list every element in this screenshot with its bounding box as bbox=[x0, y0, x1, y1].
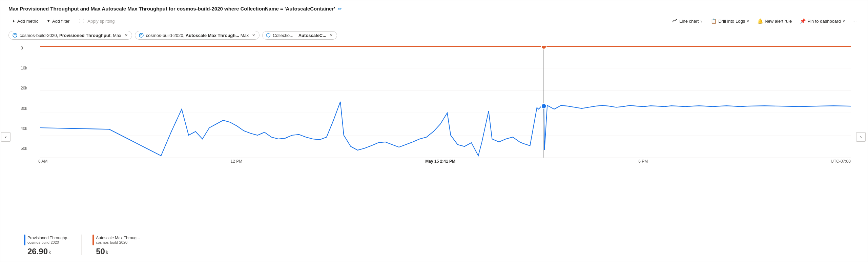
legend-provisioned-subtitle: cosmos-build-2020 bbox=[27, 240, 70, 244]
apply-splitting-icon: ⋮⋮ bbox=[78, 19, 86, 23]
y-label-50k: 50k bbox=[21, 146, 35, 151]
pin-chevron: ∨ bbox=[843, 19, 845, 23]
line-chart-icon bbox=[672, 18, 678, 24]
x-label-6pm: 6 PM bbox=[638, 159, 648, 164]
svg-point-0 bbox=[13, 33, 17, 37]
chart-svg bbox=[40, 46, 851, 158]
toolbar-right: Line chart ∨ 📋 Drill into Logs ∨ 🔔 New a… bbox=[669, 16, 860, 26]
y-axis: 50k 40k 30k 20k 10k 0 bbox=[21, 46, 38, 158]
legend-provisioned-value: 26.90 bbox=[27, 247, 48, 256]
legend-provisioned-color bbox=[24, 235, 25, 245]
y-label-30k: 30k bbox=[21, 106, 35, 111]
chip-provisioned-label: cosmos-build-2020, Provisioned Throughpu… bbox=[20, 33, 121, 38]
chart-plot-area bbox=[40, 46, 851, 158]
legend-provisioned-title: Provisioned Throughp... bbox=[27, 236, 70, 240]
add-metric-label: Add metric bbox=[17, 19, 38, 24]
y-label-40k: 40k bbox=[21, 126, 35, 131]
x-label-utc: UTC-07:00 bbox=[831, 159, 851, 164]
chip-provisioned-icon bbox=[12, 33, 18, 38]
chip-collection-close[interactable]: ✕ bbox=[330, 33, 333, 38]
legend-area: Provisioned Throughp... cosmos-build-202… bbox=[0, 231, 868, 262]
legend-separator bbox=[81, 235, 82, 255]
legend-provisioned-unit: k bbox=[48, 249, 51, 255]
line-chart-button[interactable]: Line chart ∨ bbox=[669, 17, 706, 26]
chip-provisioned-close[interactable]: ✕ bbox=[125, 33, 128, 38]
chip-autoscale-icon bbox=[139, 33, 144, 38]
apply-splitting-label: Apply splitting bbox=[87, 19, 115, 24]
chip-autoscale-label: cosmos-build-2020, Autoscale Max Through… bbox=[146, 33, 249, 38]
line-chart-label: Line chart bbox=[679, 19, 699, 24]
page-title: Max Provisioned Throughput and Max Autos… bbox=[8, 6, 335, 12]
chart-nav-left[interactable]: ‹ bbox=[1, 132, 11, 142]
legend-autoscale-unit: k bbox=[106, 249, 108, 255]
legend-provisioned: Provisioned Throughp... cosmos-build-202… bbox=[24, 235, 70, 256]
x-label-12pm: 12 PM bbox=[230, 159, 242, 164]
add-filter-icon: ▼ bbox=[46, 19, 50, 23]
chart-nav-right[interactable]: › bbox=[856, 132, 866, 142]
x-label-6am: 6 AM bbox=[38, 159, 47, 164]
drill-logs-label: Drill into Logs bbox=[718, 19, 745, 24]
legend-autoscale-color bbox=[92, 235, 94, 245]
apply-splitting-button: ⋮⋮ Apply splitting bbox=[74, 17, 118, 25]
x-axis: 6 AM 12 PM May 15 2:41 PM 6 PM UTC-07:00 bbox=[0, 158, 868, 164]
alert-rule-icon: 🔔 bbox=[757, 18, 763, 24]
chip-autoscale-close[interactable]: ✕ bbox=[252, 33, 255, 38]
pin-to-dashboard-button[interactable]: 📌 Pin to dashboard ∨ bbox=[797, 17, 848, 25]
chip-autoscale: cosmos-build-2020, Autoscale Max Through… bbox=[135, 31, 260, 40]
more-options-button[interactable]: ··· bbox=[850, 16, 860, 26]
chip-collection-label: Collectio... = AutoscaleC... bbox=[273, 33, 326, 38]
add-metric-button[interactable]: ✦ Add metric bbox=[8, 17, 42, 25]
chip-provisioned: cosmos-build-2020, Provisioned Throughpu… bbox=[8, 31, 132, 40]
drill-into-logs-button[interactable]: 📋 Drill into Logs ∨ bbox=[707, 17, 752, 25]
line-chart-chevron: ∨ bbox=[700, 19, 703, 23]
toolbar: ✦ Add metric ▼ Add filter ⋮⋮ Apply split… bbox=[0, 14, 868, 28]
legend-autoscale-value: 50 bbox=[96, 247, 105, 256]
drill-logs-icon: 📋 bbox=[711, 18, 717, 24]
add-filter-label: Add filter bbox=[52, 19, 69, 24]
svg-point-12 bbox=[541, 104, 546, 109]
add-metric-icon: ✦ bbox=[12, 19, 16, 24]
pin-icon: 📌 bbox=[800, 18, 806, 24]
y-label-20k: 20k bbox=[21, 86, 35, 90]
add-filter-button[interactable]: ▼ Add filter bbox=[43, 17, 73, 25]
drill-logs-chevron: ∨ bbox=[747, 19, 749, 23]
new-alert-rule-button[interactable]: 🔔 New alert rule bbox=[754, 17, 795, 25]
svg-point-1 bbox=[139, 33, 143, 37]
y-label-0: 0 bbox=[21, 46, 35, 51]
filter-bar: cosmos-build-2020, Provisioned Throughpu… bbox=[0, 28, 868, 42]
toolbar-left: ✦ Add metric ▼ Add filter ⋮⋮ Apply split… bbox=[8, 17, 118, 25]
title-bar: Max Provisioned Throughput and Max Autos… bbox=[0, 0, 868, 14]
alert-rule-label: New alert rule bbox=[765, 19, 792, 24]
edit-title-icon[interactable]: ✏ bbox=[338, 6, 342, 12]
legend-autoscale: Autoscale Max Throug... cosmos-build-202… bbox=[92, 235, 140, 256]
svg-marker-2 bbox=[267, 33, 270, 37]
chip-collection-icon bbox=[266, 33, 271, 38]
metrics-chart-container: Max Provisioned Throughput and Max Autos… bbox=[0, 0, 868, 262]
pin-label: Pin to dashboard bbox=[807, 19, 841, 24]
x-label-tooltip: May 15 2:41 PM bbox=[425, 159, 455, 164]
legend-autoscale-title: Autoscale Max Throug... bbox=[96, 236, 140, 240]
y-label-10k: 10k bbox=[21, 66, 35, 70]
chip-collection: Collectio... = AutoscaleC... ✕ bbox=[262, 31, 337, 40]
svg-point-11 bbox=[541, 46, 546, 49]
legend-autoscale-subtitle: cosmos-build-2020 bbox=[96, 240, 140, 244]
blue-line bbox=[40, 102, 851, 156]
